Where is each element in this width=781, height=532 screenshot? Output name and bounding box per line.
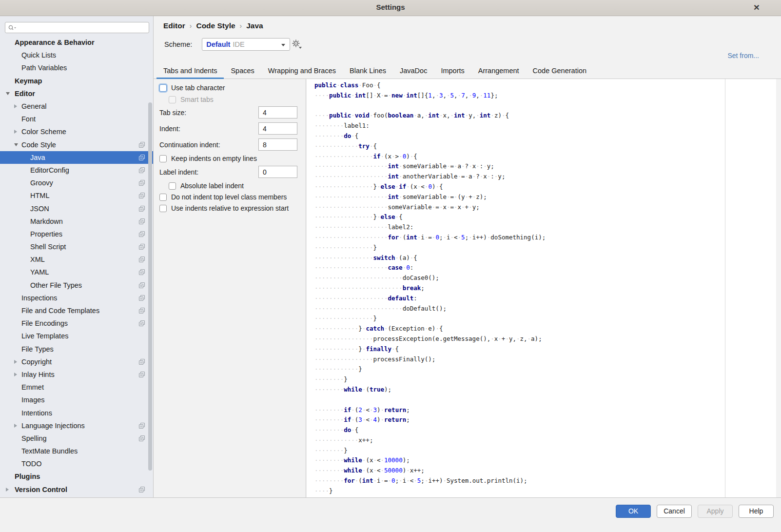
sidebar-item-label: Shell Script [30, 243, 66, 251]
sidebar-item-xml[interactable]: XML [0, 253, 153, 266]
sidebar-item-language-injections[interactable]: Language Injections [0, 419, 153, 432]
sidebar-scrollbar[interactable] [148, 102, 152, 471]
breadcrumb-editor[interactable]: Editor [163, 21, 185, 30]
tab-arrangement[interactable]: Arrangement [471, 67, 526, 79]
sidebar-item-html[interactable]: HTML [0, 189, 153, 202]
code-line: ················processException(e.getMe… [314, 334, 776, 344]
code-line: ····················int·someVariable·=·(… [314, 192, 776, 202]
help-button[interactable]: Help [739, 505, 774, 518]
sidebar-item-general[interactable]: General [0, 100, 153, 113]
sidebar-item-todo[interactable]: TODO [0, 457, 153, 470]
sidebar-item-live-templates[interactable]: Live Templates [0, 330, 153, 342]
chevron-right-icon[interactable] [6, 488, 9, 492]
tab-spaces[interactable]: Spaces [224, 67, 261, 79]
code-line: ········} [314, 374, 776, 385]
continuation-indent-label: Continuation indent: [159, 141, 220, 149]
code-line: ············x++; [314, 435, 776, 446]
breadcrumb-code-style[interactable]: Code Style [196, 21, 235, 30]
tab-tabs-and-indents[interactable]: Tabs and Indents [156, 67, 224, 79]
sidebar-item-markdown[interactable]: Markdown [0, 215, 153, 228]
sidebar-item-file-encodings[interactable]: File Encodings [0, 317, 153, 330]
sidebar-item-version-control[interactable]: Version Control [0, 483, 153, 496]
sidebar-item-intentions[interactable]: Intentions [0, 406, 153, 419]
copy-pages-icon [138, 154, 145, 161]
copy-pages-icon [138, 422, 145, 429]
sidebar-item-quick-lists[interactable]: Quick Lists [0, 49, 153, 61]
gear-icon[interactable] [292, 39, 302, 50]
sidebar-item-inspections[interactable]: Inspections [0, 292, 153, 304]
continuation-indent-input[interactable] [258, 138, 297, 151]
code-line: ················} [314, 314, 776, 324]
indents-relative-label: Use indents relative to expression start [171, 204, 289, 212]
indents-relative-checkbox[interactable] [159, 205, 167, 212]
breadcrumb: Editor›Code Style›Java [163, 21, 263, 30]
tab-blank-lines[interactable]: Blank Lines [343, 67, 393, 79]
tab-size-input[interactable] [258, 106, 297, 118]
label-indent-input[interactable] [258, 166, 297, 178]
sidebar-item-editor[interactable]: Editor [0, 87, 153, 100]
tab-wrapping-and-braces[interactable]: Wrapping and Braces [261, 67, 343, 79]
settings-dialog: Settings × Appearance & BehaviorQuick Li… [0, 0, 781, 532]
sidebar-item-appearance-behavior[interactable]: Appearance & Behavior [0, 36, 153, 49]
keep-indents-checkbox[interactable] [159, 155, 167, 162]
tab-javadoc[interactable]: JavaDoc [393, 67, 434, 79]
copy-pages-icon [138, 435, 145, 442]
title-bar: Settings × [0, 0, 781, 16]
chevron-down-icon[interactable] [14, 143, 18, 146]
code-line: ················}·else·if·(x·<·0)·{ [314, 182, 776, 192]
tab-code-generation[interactable]: Code Generation [526, 67, 593, 79]
no-indent-top-level-row: Do not indent top level class members [159, 193, 287, 201]
sidebar-item-groovy[interactable]: Groovy [0, 177, 153, 189]
sidebar-item-yaml[interactable]: YAML [0, 266, 153, 278]
code-line: ················} [314, 243, 776, 253]
code-line: ········while·(x·<·10000); [314, 455, 776, 466]
sidebar-item-other-file-types[interactable]: Other File Types [0, 279, 153, 292]
sidebar-item-emmet[interactable]: Emmet [0, 381, 153, 394]
sidebar-item-file-types[interactable]: File Types [0, 343, 153, 355]
sidebar-item-label: Inspections [21, 294, 57, 302]
code-style-tabs: Tabs and IndentsSpacesWrapping and Brace… [154, 65, 781, 79]
copy-pages-icon [138, 167, 145, 174]
sidebar-item-keymap[interactable]: Keymap [0, 75, 153, 87]
cancel-button[interactable]: Cancel [657, 505, 692, 518]
use-tab-character-label: Use tab character [171, 84, 225, 92]
absolute-label-indent-checkbox[interactable] [169, 182, 176, 190]
sidebar-item-java[interactable]: Java [0, 151, 153, 164]
sidebar-item-json[interactable]: JSON [0, 202, 153, 215]
ok-button[interactable]: OK [616, 505, 651, 518]
sidebar-item-editorconfig[interactable]: EditorConfig [0, 164, 153, 177]
use-tab-character-checkbox[interactable] [159, 84, 167, 92]
chevron-right-icon[interactable] [14, 424, 17, 428]
sidebar-item-spelling[interactable]: Spelling [0, 432, 153, 445]
indent-input[interactable] [258, 122, 297, 135]
sidebar-item-plugins[interactable]: Plugins [0, 470, 153, 483]
sidebar-item-copyright[interactable]: Copyright [0, 355, 153, 368]
chevron-right-icon[interactable] [14, 130, 17, 134]
chevron-right-icon[interactable] [14, 360, 17, 364]
chevron-down-icon[interactable] [6, 92, 10, 95]
sidebar-item-shell-script[interactable]: Shell Script [0, 240, 153, 253]
scheme-select[interactable]: Default IDE [202, 38, 290, 51]
sidebar-item-images[interactable]: Images [0, 394, 153, 406]
tab-imports[interactable]: Imports [434, 67, 471, 79]
no-indent-top-level-checkbox[interactable] [159, 194, 167, 201]
breadcrumb-separator: › [185, 22, 196, 30]
sidebar-item-code-style[interactable]: Code Style [0, 138, 153, 151]
sidebar-item-inlay-hints[interactable]: Inlay Hints [0, 368, 153, 381]
sidebar-item-properties[interactable]: Properties [0, 228, 153, 240]
sidebar-item-file-and-code-templates[interactable]: File and Code Templates [0, 304, 153, 317]
chevron-right-icon[interactable] [14, 373, 17, 376]
tab-size-label: Tab size: [159, 109, 186, 117]
sidebar-item-label: Editor [15, 90, 35, 98]
sidebar-item-color-scheme[interactable]: Color Scheme [0, 125, 153, 138]
sidebar-item-label: Path Variables [21, 64, 67, 72]
set-from-link[interactable]: Set from... [727, 52, 759, 59]
chevron-right-icon[interactable] [14, 104, 17, 108]
sidebar-item-label: Color Scheme [21, 128, 66, 136]
search-input[interactable] [5, 22, 149, 33]
sidebar-item-path-variables[interactable]: Path Variables [0, 61, 153, 74]
code-line: ····················label2: [314, 222, 776, 233]
sidebar-item-textmate-bundles[interactable]: TextMate Bundles [0, 445, 153, 457]
sidebar-item-font[interactable]: Font [0, 113, 153, 125]
close-icon[interactable]: × [751, 1, 762, 13]
